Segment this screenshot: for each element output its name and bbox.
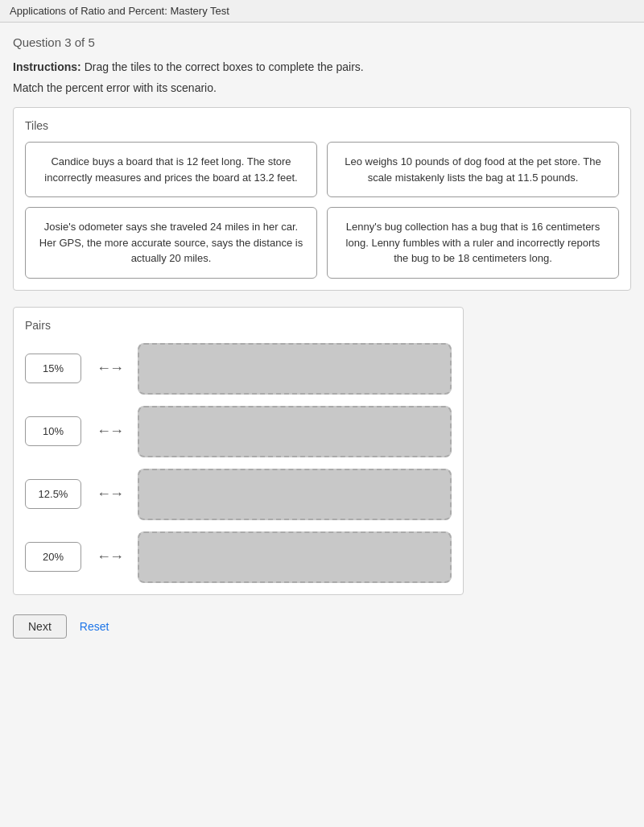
tiles-container: Tiles Candice buys a board that is 12 fe… [13,107,631,291]
percent-box-20: 20% [25,542,81,572]
pair-row-20: 20% ←→ [25,531,452,583]
drop-zone-125[interactable] [138,469,452,520]
arrow-connector-20: ←→ [81,548,138,565]
instructions-block: Instructions: Drag the tiles to the corr… [13,60,631,73]
next-button[interactable]: Next [13,614,67,639]
tile-josie[interactable]: Josie's odometer says she traveled 24 mi… [25,207,317,279]
arrow-connector-10: ←→ [81,423,138,440]
pair-row-125: 12.5% ←→ [25,469,452,520]
percent-box-125: 12.5% [25,479,81,509]
tiles-label: Tiles [25,119,619,132]
pair-row-10: 10% ←→ [25,406,452,457]
question-header: Question 3 of 5 [13,35,631,49]
arrow-connector-125: ←→ [81,486,138,502]
percent-box-15: 15% [25,354,81,383]
percent-box-10: 10% [25,416,81,446]
pairs-container: Pairs 15% ←→ 10% ←→ 12.5% ←→ 20% ←→ [13,307,464,595]
reset-button[interactable]: Reset [80,615,109,638]
arrow-connector-15: ←→ [81,360,138,377]
instructions-text: Drag the tiles to the correct boxes to c… [81,60,364,73]
tile-candice[interactable]: Candice buys a board that is 12 feet lon… [25,142,317,197]
drop-zone-20[interactable] [138,531,452,583]
tile-lenny[interactable]: Lenny's bug collection has a bug that is… [327,207,619,279]
pair-row-15: 15% ←→ [25,343,452,395]
instructions-bold: Instructions: [13,60,81,73]
match-label: Match the percent error with its scenari… [13,81,631,94]
window-title: Applications of Ratio and Percent: Maste… [0,0,644,23]
pairs-label: Pairs [25,319,452,332]
buttons-row: Next Reset [13,614,631,639]
drop-zone-15[interactable] [138,343,452,395]
drop-zone-10[interactable] [138,406,452,457]
tile-leo[interactable]: Leo weighs 10 pounds of dog food at the … [327,142,619,197]
tiles-grid: Candice buys a board that is 12 feet lon… [25,142,619,279]
